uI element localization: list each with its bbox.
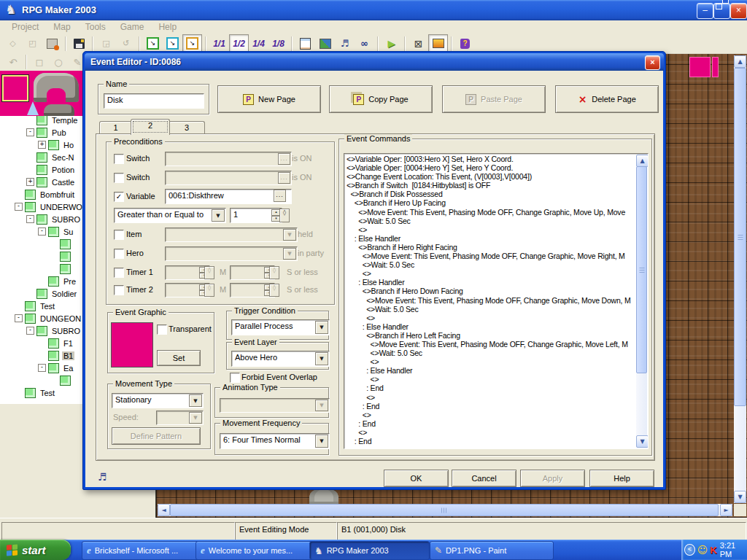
tree-expander-icon[interactable]: + [26,178,34,186]
scrollbar-thumb[interactable] [636,166,647,373]
event-graphic-preview[interactable] [111,322,153,368]
taskbar-item-paint[interactable]: ✎ DP1.PNG - Paint [430,541,554,560]
tree-expander-icon[interactable] [50,376,58,384]
start-button[interactable]: start [0,540,71,560]
set-graphic-button[interactable]: Set [157,350,201,366]
event-commands-list[interactable]: <>Variable Oper: [0003:Hero X] Set, Hero… [344,153,649,449]
save-icon[interactable] [69,34,89,53]
undo-icon[interactable]: ↶ [4,54,23,71]
menu-help[interactable]: Help [151,22,184,32]
scroll-up-icon[interactable]: ▲ [734,55,746,68]
tree-expander-icon[interactable] [50,252,58,260]
zoom-1-8-button[interactable]: 1/8 [268,34,288,53]
zoom-1-2-button[interactable]: 1/2 [229,34,249,53]
tree-expander-icon[interactable]: - [26,215,34,223]
trigger-condition-dropdown[interactable]: Parallel Process ▼ [231,319,330,335]
scroll-right-icon[interactable]: ► [720,504,732,516]
music-icon[interactable]: ♬ [335,34,355,53]
transparent-checkbox[interactable] [157,324,167,335]
dropdown-arrow-icon[interactable]: ▼ [189,394,202,407]
event-layer-dropdown[interactable]: Above Hero ▼ [231,351,330,367]
scrollbar-thumb[interactable] [734,68,746,406]
variable-browse-button[interactable]: ... [274,190,286,202]
new-page-button[interactable]: P New Page [217,85,321,113]
dialog-titlebar[interactable]: Event Editor - ID:0086 [85,53,664,71]
tree-expander-icon[interactable] [26,116,34,124]
map-horizontal-scrollbar[interactable]: ◄ ► [158,504,732,516]
taskbar-item-messenger[interactable]: e Welcome to your mes... [196,541,316,560]
event-layer-icon[interactable]: ↘ [182,34,202,53]
revert-icon[interactable]: ↺ [116,34,136,53]
search-icon[interactable]: ∞ [355,34,374,53]
window-titlebar[interactable]: ♞ RPG Maker 2003 – × [0,0,747,20]
create-game-disk-icon[interactable] [42,34,62,53]
comparison-value-spinner[interactable]: 1 ▴▾ [230,208,282,223]
commands-scrollbar[interactable]: ▲ ▼ [636,155,647,448]
messenger-smiley-icon[interactable]: ☺ [697,544,708,556]
copy-page-button[interactable]: P Copy Page [329,85,433,113]
tree-expander-icon[interactable]: - [26,128,34,136]
dialog-close-button[interactable]: × [645,55,660,70]
database-icon[interactable] [295,34,315,53]
menu-map[interactable]: Map [46,22,77,32]
zoom-1-1-button[interactable]: 1/1 [209,34,229,53]
tree-expander-icon[interactable]: - [15,203,23,211]
selected-tile[interactable] [2,75,28,101]
variable-input[interactable]: 0061:Diskthrew [165,189,292,204]
tree-expander-icon[interactable]: + [38,141,46,149]
scrollbar-thumb[interactable] [170,504,719,516]
magnifier-icon[interactable]: ○ [49,54,68,71]
variable-checkbox[interactable]: ✓ [114,192,124,202]
zoom-1-4-button[interactable]: 1/4 [249,34,268,53]
hide-icons-chevron-icon[interactable]: < [684,544,695,556]
comparison-dropdown[interactable]: Greater than or Equal to ▼ [114,208,226,223]
tree-expander-icon[interactable]: - [38,364,46,372]
scroll-down-icon[interactable]: ▼ [636,435,649,448]
tree-expander-icon[interactable] [26,166,34,174]
tree-expander-icon[interactable] [50,240,58,248]
tree-expander-icon[interactable] [15,389,23,397]
movement-type-dropdown[interactable]: Stationary ▼ [112,393,204,408]
close-button[interactable]: × [730,3,747,19]
switch1-checkbox[interactable] [114,154,124,164]
help-icon[interactable]: ? [455,34,475,53]
scroll-up-icon[interactable]: ▲ [636,155,649,167]
dropdown-arrow-icon[interactable]: ▼ [315,352,328,365]
upper-layer-icon[interactable]: ↘ [163,34,182,53]
fullscreen-icon[interactable]: ⊠ [409,34,428,53]
copy-map-icon[interactable]: ◲ [96,34,116,53]
tree-expander-icon[interactable] [38,351,46,359]
cancel-button[interactable]: Cancel [452,470,516,487]
map-vertical-scrollbar[interactable]: ▲ ▼ [734,55,746,503]
hero-checkbox[interactable] [114,249,124,259]
tab-page-3[interactable]: 3 [169,121,205,134]
taskbar-item-rpg-maker[interactable]: ♞ RPG Maker 2003 [309,541,430,560]
tab-page-2[interactable]: 2 [131,119,170,135]
scroll-left-icon[interactable]: ◄ [158,504,170,516]
title-screen-icon[interactable] [428,34,448,53]
tree-expander-icon[interactable] [50,265,58,273]
event-name-input[interactable]: Disk [104,93,204,109]
restore-button[interactable] [713,3,730,19]
help-button[interactable]: Help [589,470,654,487]
select-icon[interactable]: ◻ [30,54,49,71]
value-diamond-button[interactable]: ◊ [279,209,290,222]
antivirus-icon[interactable]: K [710,545,716,556]
menu-game[interactable]: Game [113,22,152,32]
taskbar-item-brickshelf[interactable]: e Brickshelf - Microsoft ... [82,541,202,560]
timer1-checkbox[interactable] [114,268,124,278]
menu-project[interactable]: Project [4,22,46,32]
tree-expander-icon[interactable]: - [38,228,46,236]
movement-frequency-dropdown[interactable]: 6: Four Times Normal ▼ [220,433,330,449]
tree-expander-icon[interactable] [38,277,46,285]
timer2-checkbox[interactable] [114,285,124,295]
forbid-overlap-checkbox[interactable] [230,373,240,383]
playtest-icon[interactable]: ▶ [382,34,401,53]
resource-manager-icon[interactable] [315,34,335,53]
ok-button[interactable]: OK [384,470,449,487]
dropdown-arrow-icon[interactable]: ▼ [212,209,225,222]
dropdown-arrow-icon[interactable]: ▼ [315,321,328,334]
tree-expander-icon[interactable] [26,153,34,161]
item-checkbox[interactable] [114,230,124,240]
tree-expander-icon[interactable] [15,190,23,198]
